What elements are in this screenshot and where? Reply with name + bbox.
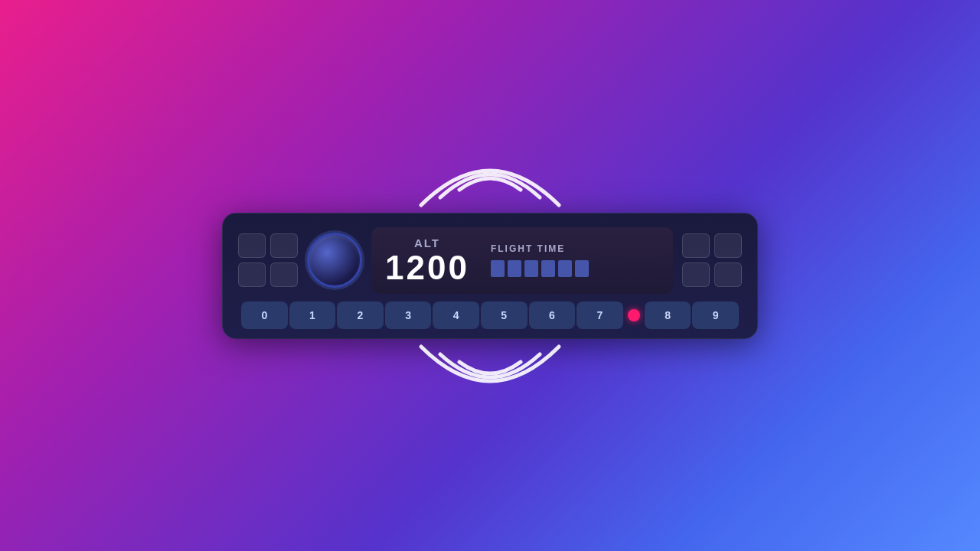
flight-time-label: FLIGHT TIME: [491, 243, 565, 254]
bar-6: [575, 260, 589, 277]
bar-3: [524, 260, 538, 277]
right-btn-3[interactable]: [682, 262, 710, 287]
flight-time-display: FLIGHT TIME: [491, 243, 589, 277]
right-btn-2[interactable]: [714, 233, 742, 258]
bar-4: [541, 260, 555, 277]
knob-container: [307, 233, 362, 288]
left-button-group: [238, 233, 298, 287]
bar-5: [558, 260, 572, 277]
key-5[interactable]: 5: [481, 302, 528, 329]
key-4[interactable]: 4: [433, 302, 479, 329]
right-btn-4[interactable]: [714, 262, 742, 287]
main-scene: ALT 1200 FLIGHT TIME: [222, 113, 758, 439]
alt-label: ALT: [414, 236, 440, 249]
left-btn-4[interactable]: [270, 262, 298, 287]
wifi-arcs-bottom: [375, 339, 605, 439]
key-8[interactable]: 8: [645, 302, 691, 329]
status-dot: [628, 309, 640, 321]
left-btn-2[interactable]: [270, 233, 298, 258]
key-2[interactable]: 2: [337, 302, 384, 329]
key-3[interactable]: 3: [385, 302, 432, 329]
key-1[interactable]: 1: [289, 302, 336, 329]
key-9[interactable]: 9: [692, 302, 739, 329]
keypad-row: 0 1 2 3 4 5 6 7 8 9: [238, 302, 742, 329]
right-btn-1[interactable]: [682, 233, 710, 258]
key-6[interactable]: 6: [529, 302, 576, 329]
main-knob[interactable]: [307, 233, 362, 288]
main-display: ALT 1200 FLIGHT TIME: [371, 227, 673, 294]
left-btn-3[interactable]: [238, 262, 266, 287]
device-top-row: ALT 1200 FLIGHT TIME: [238, 227, 742, 294]
alt-display: ALT 1200: [385, 236, 469, 285]
device-panel: ALT 1200 FLIGHT TIME: [222, 213, 758, 339]
alt-value: 1200: [385, 251, 469, 285]
bar-2: [508, 260, 521, 277]
key-0[interactable]: 0: [241, 302, 288, 329]
left-btn-1[interactable]: [238, 233, 266, 258]
bar-1: [491, 260, 505, 277]
right-button-group: [682, 233, 742, 287]
key-7[interactable]: 7: [577, 302, 623, 329]
wifi-arcs-top: [375, 113, 605, 213]
flight-time-bars: [491, 260, 589, 277]
